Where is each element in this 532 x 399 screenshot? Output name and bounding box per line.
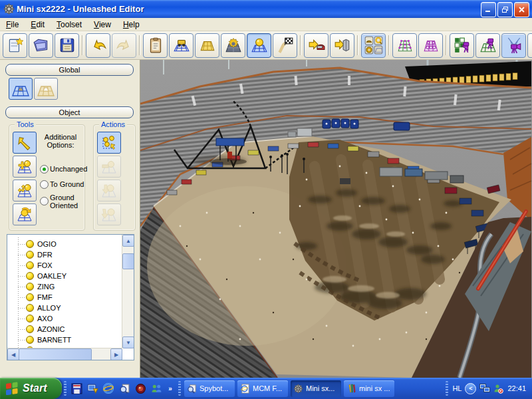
- camera-grid-button[interactable]: [475, 33, 500, 58]
- vertical-scrollbar[interactable]: ▲ ▼: [122, 235, 134, 348]
- object-ball-icon: [26, 272, 34, 280]
- scroll-up-button[interactable]: ▲: [122, 235, 134, 247]
- taskband-handle[interactable]: [178, 381, 181, 396]
- object-list[interactable]: OGIO DFR FOX OAKLEY ZING FMF ALLOY AXO A…: [7, 234, 134, 360]
- object-editor-button[interactable]: [247, 33, 271, 58]
- desktop: Mini sx2222 - Unleashed Editor File Edit…: [0, 0, 532, 399]
- action-select-objects-button[interactable]: [97, 132, 121, 154]
- task-button-mini-sx-editor[interactable]: Mini sx...: [291, 380, 341, 397]
- app-gear-icon: [3, 3, 15, 15]
- mesh-points-button[interactable]: [392, 33, 417, 58]
- messenger-button[interactable]: [150, 382, 163, 395]
- list-item[interactable]: AXO: [18, 313, 53, 324]
- gear-task-icon: [293, 384, 303, 394]
- object-section-header[interactable]: Object: [5, 106, 134, 118]
- horizontal-scrollbar[interactable]: ◀ ▶: [7, 348, 122, 360]
- close-button[interactable]: [514, 2, 529, 17]
- import-rider-button[interactable]: [304, 33, 329, 58]
- toolbar-separator: [139, 35, 140, 55]
- open-file-button[interactable]: [29, 33, 53, 58]
- scroll-down-button[interactable]: ▼: [122, 336, 134, 348]
- radio-ground-oriented[interactable]: [40, 197, 49, 205]
- import-terrain-button[interactable]: [330, 33, 354, 58]
- menu-file[interactable]: File: [0, 19, 25, 30]
- clock[interactable]: 22:41: [507, 384, 526, 392]
- menu-help[interactable]: Help: [117, 19, 146, 30]
- vertical-scroll-thumb[interactable]: [122, 253, 134, 269]
- window-title: Mini sx2222 - Unleashed Editor: [17, 4, 144, 14]
- free-camera-button[interactable]: [501, 33, 526, 58]
- action-align-button[interactable]: [97, 156, 121, 178]
- editor-modes-button[interactable]: [361, 33, 386, 58]
- quicklaunch-overflow-chevron[interactable]: »: [166, 382, 175, 395]
- quicklaunch-app-button[interactable]: [70, 382, 83, 395]
- undo-button[interactable]: [86, 33, 110, 58]
- list-item[interactable]: ALLOY: [18, 303, 61, 313]
- viewport-3d-scene[interactable]: [140, 60, 532, 378]
- menu-view[interactable]: View: [88, 19, 117, 30]
- language-indicator[interactable]: HL: [452, 384, 462, 392]
- red-circle-app-button[interactable]: [134, 382, 147, 395]
- start-label: Start: [23, 382, 47, 394]
- action-orient-button[interactable]: [97, 203, 121, 225]
- show-desktop-icon: [87, 383, 98, 394]
- orient-to-ground-icon: [100, 207, 118, 223]
- list-item[interactable]: ZING: [18, 281, 55, 292]
- window-titlebar[interactable]: Mini sx2222 - Unleashed Editor: [0, 0, 532, 18]
- select-tool-button[interactable]: [13, 132, 37, 154]
- list-item[interactable]: OGIO: [18, 239, 57, 249]
- menu-edit[interactable]: Edit: [25, 19, 51, 30]
- scroll-right-button[interactable]: ▶: [110, 348, 122, 360]
- list-item[interactable]: FMF: [18, 292, 53, 303]
- list-item[interactable]: FOX: [18, 260, 53, 271]
- messenger-offline-tray-icon[interactable]: [493, 383, 504, 394]
- list-item[interactable]: BARNETT: [18, 334, 71, 345]
- global-terrain-icon: [11, 81, 30, 97]
- list-item[interactable]: OAKLEY: [18, 271, 66, 281]
- vehicle-editor-button[interactable]: [169, 33, 194, 58]
- search-app-button[interactable]: [118, 382, 131, 395]
- global-object-button[interactable]: [34, 78, 58, 100]
- tray-collapse-chevron[interactable]: <: [465, 383, 476, 394]
- minimize-button[interactable]: [481, 2, 496, 17]
- task-button-spybot[interactable]: Spybot...: [184, 380, 235, 397]
- mesh-overlay-button[interactable]: [418, 33, 443, 58]
- toolbar-separator: [388, 35, 390, 55]
- task-button-mcm[interactable]: MCM F...: [237, 380, 288, 397]
- map-arrow-icon: [334, 37, 351, 54]
- list-item[interactable]: AZONIC: [18, 324, 65, 334]
- object-ball-icon: [26, 325, 34, 333]
- object-ball-icon: [26, 293, 34, 301]
- list-item[interactable]: DFR: [18, 249, 53, 260]
- restore-button[interactable]: [497, 2, 513, 17]
- global-section-header[interactable]: Global: [5, 64, 134, 76]
- rotate-object-tool-button[interactable]: [13, 203, 37, 225]
- track-info-button[interactable]: [143, 33, 168, 58]
- camera-tiles-button[interactable]: [450, 33, 474, 58]
- menu-toolset[interactable]: Toolset: [51, 19, 88, 30]
- network-tray-icon[interactable]: [479, 383, 490, 394]
- global-terrain-button[interactable]: [9, 78, 33, 100]
- add-object-tool-button[interactable]: [13, 156, 37, 178]
- new-file-button[interactable]: [3, 33, 27, 58]
- track-path-button[interactable]: [273, 33, 297, 58]
- move-object-icon: [16, 183, 33, 199]
- terrain-tools-button[interactable]: [221, 33, 245, 58]
- radio-unchanged[interactable]: [40, 165, 49, 174]
- redo-button[interactable]: [112, 33, 136, 58]
- internet-explorer-button[interactable]: [102, 382, 115, 395]
- texture-view-button[interactable]: [527, 33, 532, 58]
- show-desktop-button[interactable]: [86, 382, 99, 395]
- terrain-editor-button[interactable]: [195, 33, 219, 58]
- search-icon: [119, 383, 130, 394]
- save-file-button[interactable]: [55, 33, 79, 58]
- action-drop-button[interactable]: [97, 180, 121, 201]
- clipboard-icon: [147, 37, 164, 54]
- scroll-left-button[interactable]: ◀: [7, 348, 19, 360]
- move-object-tool-button[interactable]: [13, 180, 37, 201]
- radio-to-ground[interactable]: [40, 180, 49, 189]
- start-button[interactable]: Start: [0, 378, 62, 399]
- task-button-mini-sx-paint[interactable]: mini sx ...: [344, 380, 394, 397]
- horizontal-scroll-thumb[interactable]: [19, 348, 92, 360]
- quicklaunch-handle[interactable]: [64, 381, 66, 396]
